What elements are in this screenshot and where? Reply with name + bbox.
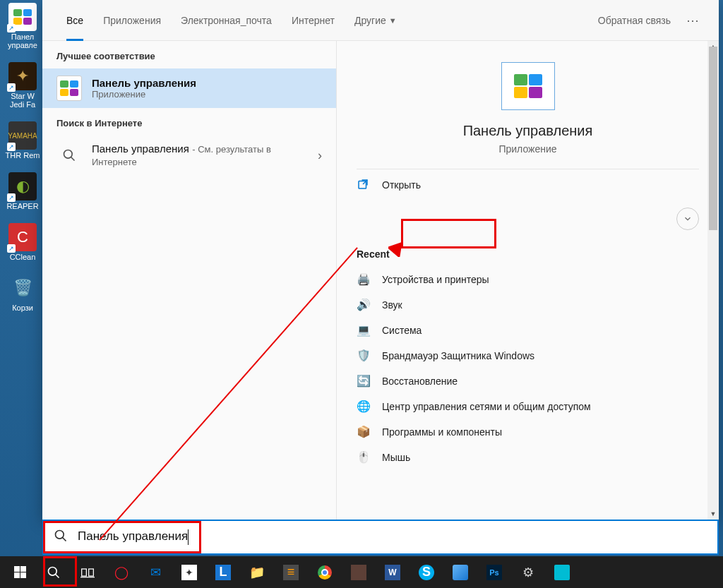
recent-mouse[interactable]: 🖱️Мышь xyxy=(337,445,719,470)
taskbar-app-chrome[interactable] xyxy=(308,556,342,588)
results-list: Лучшее соответствие Панель управления Пр… xyxy=(42,41,337,520)
scrollbar-thumb[interactable] xyxy=(709,47,717,230)
taskbar-app-generic3[interactable] xyxy=(443,556,477,588)
preview-app-icon xyxy=(501,62,555,110)
result-web-search[interactable]: Панель управления - См. результаты в Инт… xyxy=(42,136,336,175)
desktop-icon-label: Star W Jedi Fa xyxy=(4,92,41,109)
recent-system[interactable]: 💻Система xyxy=(337,318,719,343)
tab-apps[interactable]: Приложения xyxy=(93,0,171,41)
desktop-icon-label: CClean xyxy=(4,253,41,261)
search-filter-tabs: Все Приложения Электронная_почта Интерне… xyxy=(42,0,719,41)
tab-other[interactable]: Другие ▼ xyxy=(345,0,407,41)
scroll-down-arrow[interactable]: ▼ xyxy=(707,508,719,520)
taskbar-app-word[interactable]: W xyxy=(376,556,410,588)
result-title: Панель управления xyxy=(92,77,196,89)
recent-label: Программы и компоненты xyxy=(382,426,502,438)
taskbar-app-l[interactable]: L xyxy=(206,556,240,588)
recent-label: Брандмауэр Защитника Windows xyxy=(382,350,534,361)
svg-point-3 xyxy=(56,530,64,539)
control-panel-icon xyxy=(56,76,82,101)
recent-header: Recent xyxy=(337,237,719,267)
open-icon xyxy=(357,178,371,192)
svg-point-0 xyxy=(64,150,73,159)
result-subtitle: Приложение xyxy=(92,89,196,100)
recent-label: Звук xyxy=(382,299,402,311)
svg-line-6 xyxy=(56,574,59,577)
chevron-down-icon: ▼ xyxy=(389,16,397,25)
desktop-icons: Панел управле ✦Star W Jedi Fa YAMAHATHR … xyxy=(4,3,47,325)
svg-line-1 xyxy=(71,157,75,161)
taskbar-search-button[interactable] xyxy=(37,556,71,588)
recent-recovery[interactable]: 🔄Восстановление xyxy=(337,368,719,394)
recent-label: Центр управления сетями и общим доступом xyxy=(382,401,591,412)
taskbar: ◯ ✉ ✦ L 📁 ≡ W S Ps ⚙ xyxy=(0,556,723,588)
tab-internet[interactable]: Интернет xyxy=(282,0,345,41)
programs-icon: 📦 xyxy=(357,425,371,439)
taskbar-app-opera[interactable]: ◯ xyxy=(104,556,138,588)
expand-button[interactable] xyxy=(676,208,699,230)
taskbar-app-generic4[interactable] xyxy=(545,556,579,588)
taskbar-app-settings[interactable]: ⚙ xyxy=(511,556,545,588)
desktop-icon-label: REAPER xyxy=(4,202,41,210)
svg-line-4 xyxy=(63,537,66,541)
svg-point-5 xyxy=(49,567,57,575)
desktop-icon-control-panel[interactable]: Панел управле xyxy=(4,3,41,49)
search-icon xyxy=(56,143,82,168)
recent-network-center[interactable]: 🌐Центр управления сетями и общим доступо… xyxy=(337,394,719,419)
search-input-value: Панель управления xyxy=(78,529,707,545)
svg-rect-7 xyxy=(82,569,87,576)
recent-sound[interactable]: 🔊Звук xyxy=(337,292,719,318)
recent-programs[interactable]: 📦Программы и компоненты xyxy=(337,419,719,445)
open-label: Открыть xyxy=(382,179,421,191)
recovery-icon: 🔄 xyxy=(357,374,371,388)
desktop-icon-label: Панел управле xyxy=(4,32,41,49)
taskbar-app-sublime[interactable]: ≡ xyxy=(274,556,308,588)
desktop-icon-thr[interactable]: YAMAHATHR Rem xyxy=(4,121,41,160)
network-icon: 🌐 xyxy=(357,400,371,414)
preview-title: Панель управления xyxy=(351,123,705,139)
search-results-panel: Все Приложения Электронная_почта Интерне… xyxy=(42,0,719,520)
best-match-header: Лучшее соответствие xyxy=(42,41,336,68)
tab-email[interactable]: Электронная_почта xyxy=(171,0,282,41)
desktop-icon-starwars[interactable]: ✦Star W Jedi Fa xyxy=(4,62,41,109)
taskbar-app-mail[interactable]: ✉ xyxy=(138,556,172,588)
desktop-icon-label: Корзи xyxy=(4,304,41,312)
taskbar-app-skype[interactable]: S xyxy=(410,556,443,588)
taskbar-app-photoshop[interactable]: Ps xyxy=(477,556,511,588)
start-button[interactable] xyxy=(3,556,37,588)
taskbar-app-generic2[interactable] xyxy=(342,556,376,588)
web-search-header: Поиск в Интернете xyxy=(42,108,336,136)
speaker-icon: 🔊 xyxy=(357,298,371,312)
svg-rect-8 xyxy=(89,569,94,576)
recent-firewall[interactable]: 🛡️Брандмауэр Защитника Windows xyxy=(337,343,719,368)
task-view-button[interactable] xyxy=(71,556,104,588)
search-input-box[interactable]: Панель управления xyxy=(42,520,719,555)
printer-icon: 🖨️ xyxy=(357,272,371,287)
desktop-icon-ccleaner[interactable]: CCClean xyxy=(4,223,41,261)
firewall-icon: 🛡️ xyxy=(357,349,371,363)
recent-label: Система xyxy=(382,325,422,336)
computer-icon: 💻 xyxy=(357,323,371,337)
desktop-icon-reaper[interactable]: ◐REAPER xyxy=(4,172,41,210)
preview-subtitle: Приложение xyxy=(351,143,705,155)
recent-label: Восстановление xyxy=(382,376,458,387)
open-action[interactable]: Открыть xyxy=(337,169,719,200)
result-control-panel[interactable]: Панель управления Приложение xyxy=(42,68,336,108)
result-preview-pane: Панель управления Приложение Открыть Rec… xyxy=(337,41,719,520)
desktop-icon-label: THR Rem xyxy=(4,151,41,160)
mouse-icon: 🖱️ xyxy=(357,450,371,464)
recent-label: Мышь xyxy=(382,452,410,463)
search-icon xyxy=(54,529,68,546)
desktop-icon-recycle-bin[interactable]: 🗑️Корзи xyxy=(4,274,41,312)
recent-label: Устройства и принтеры xyxy=(382,274,489,285)
more-options-button[interactable]: ⋯ xyxy=(681,13,705,28)
taskbar-app-explorer[interactable]: 📁 xyxy=(240,556,274,588)
taskbar-app-generic1[interactable]: ✦ xyxy=(172,556,206,588)
chevron-right-icon: › xyxy=(318,148,322,163)
feedback-link[interactable]: Обратная связь xyxy=(588,15,681,26)
recent-devices-printers[interactable]: 🖨️Устройства и принтеры xyxy=(337,267,719,292)
tab-all[interactable]: Все xyxy=(56,0,93,41)
web-result-title: Панель управления xyxy=(92,143,189,155)
